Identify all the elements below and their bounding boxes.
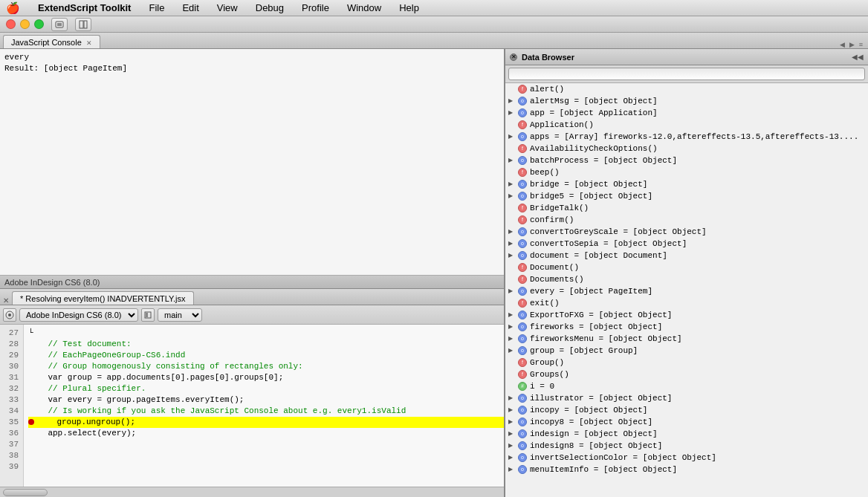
- db-expand-arrow[interactable]: ▶: [508, 321, 517, 333]
- scrollbar-thumb[interactable]: [3, 489, 48, 496]
- db-list-item[interactable]: fexit(): [505, 297, 868, 309]
- db-expand-arrow[interactable]: ▶: [508, 95, 517, 107]
- db-expand-arrow[interactable]: ▶: [508, 155, 517, 166]
- db-list-item[interactable]: ▶oevery = [object PageItem]: [505, 285, 868, 297]
- data-browser-expand[interactable]: ◀◀: [852, 53, 864, 61]
- db-function-icon: f: [518, 168, 527, 177]
- db-expand-arrow[interactable]: ▶: [508, 178, 517, 190]
- db-item-icon: f: [517, 357, 528, 368]
- scroll-right-icon[interactable]: ▶: [847, 41, 857, 48]
- db-function-icon: f: [518, 120, 527, 129]
- scroll-left-icon[interactable]: ◀: [838, 41, 847, 48]
- db-item-label: illustrator = [object Object]: [530, 392, 672, 404]
- editor-tab[interactable]: * Resolving everyItem() INADVERTENTLY.js…: [12, 291, 194, 305]
- db-list-item[interactable]: fBridgeTalk(): [505, 202, 868, 214]
- db-list-item[interactable]: #i = 0: [505, 380, 868, 392]
- db-object-icon: o: [518, 227, 527, 236]
- db-list-item[interactable]: fbeep(): [505, 166, 868, 178]
- run-icon[interactable]: [141, 308, 155, 322]
- db-expand-arrow[interactable]: ▶: [508, 452, 517, 464]
- db-list-item[interactable]: ▶oindesign = [object Object]: [505, 428, 868, 440]
- console-tab[interactable]: JavaScript Console ✕: [3, 35, 100, 48]
- db-expand-arrow[interactable]: ▶: [508, 464, 517, 475]
- line-number: 35: [3, 417, 19, 428]
- db-list-item[interactable]: fGroup(): [505, 357, 868, 368]
- menubar-window[interactable]: Window: [344, 2, 384, 13]
- db-item-label: convertToSepia = [object Object]: [530, 238, 687, 250]
- menubar-profile[interactable]: Profile: [299, 2, 332, 13]
- db-expand-arrow[interactable]: ▶: [508, 404, 517, 416]
- menubar-help[interactable]: Help: [396, 2, 422, 13]
- data-browser-close[interactable]: ✕: [510, 53, 517, 61]
- db-list-item[interactable]: ▶ofireworksMenu = [object Object]: [505, 333, 868, 345]
- maximize-button[interactable]: [34, 19, 44, 29]
- db-item-icon: o: [517, 131, 528, 142]
- panel-menu-icon[interactable]: ≡: [857, 41, 865, 48]
- window-chrome: [0, 16, 868, 33]
- db-item-label: Application(): [530, 119, 594, 131]
- menubar: 🍎 ExtendScript Toolkit File Edit View De…: [0, 0, 868, 16]
- db-expand-arrow[interactable]: ▶: [508, 333, 517, 345]
- db-item-label: indesign = [object Object]: [530, 428, 658, 440]
- console-tab-controls: ◀ ▶ ≡: [838, 41, 865, 48]
- db-list-item[interactable]: ▶oincopy8 = [object Object]: [505, 416, 868, 428]
- db-object-icon: o: [518, 192, 527, 201]
- db-list-item[interactable]: ▶oincopy = [object Object]: [505, 404, 868, 416]
- line-number: 30: [3, 361, 19, 372]
- menubar-edit[interactable]: Edit: [179, 2, 201, 13]
- db-list-item[interactable]: ▶ofireworks = [object Object]: [505, 321, 868, 333]
- db-list-item[interactable]: ▶oillustrator = [object Object]: [505, 392, 868, 404]
- close-button[interactable]: [6, 19, 16, 29]
- db-list-item[interactable]: fDocuments(): [505, 273, 868, 285]
- db-list-item[interactable]: fApplication(): [505, 119, 868, 131]
- db-list-item[interactable]: ▶oconvertToGreyScale = [object Object]: [505, 226, 868, 238]
- function-select[interactable]: main: [158, 308, 202, 322]
- db-item-label: confirm(): [530, 214, 574, 226]
- db-expand-arrow[interactable]: ▶: [508, 428, 517, 440]
- db-object-icon: o: [518, 429, 527, 438]
- db-expand-arrow[interactable]: ▶: [508, 285, 517, 297]
- db-expand-arrow[interactable]: ▶: [508, 250, 517, 262]
- db-list-item[interactable]: ▶obridge5 = [object Object]: [505, 190, 868, 202]
- db-list-item[interactable]: ▶oindesign8 = [object Object]: [505, 440, 868, 452]
- db-list-item[interactable]: ▶oapps = [Array] fireworks-12.0,aftereff…: [505, 131, 868, 143]
- target-app-select[interactable]: Adobe InDesign CS6 (8.0): [19, 308, 138, 322]
- db-expand-arrow[interactable]: ▶: [508, 107, 517, 119]
- menubar-view[interactable]: View: [214, 2, 241, 13]
- db-list-item[interactable]: ▶oapp = [object Application]: [505, 107, 868, 119]
- apple-menu[interactable]: 🍎: [6, 1, 20, 15]
- db-list-item[interactable]: ▶oconvertToSepia = [object Object]: [505, 238, 868, 250]
- db-list-item[interactable]: fconfirm(): [505, 214, 868, 226]
- target-icon[interactable]: [3, 308, 16, 322]
- db-list-item[interactable]: ▶oExportToFXG = [object Object]: [505, 309, 868, 321]
- db-item-icon: o: [517, 155, 528, 166]
- db-list-item[interactable]: ▶ogroup = [object Group]: [505, 345, 868, 357]
- db-expand-arrow[interactable]: ▶: [508, 392, 517, 404]
- menubar-debug[interactable]: Debug: [253, 2, 287, 13]
- data-browser-search-input[interactable]: [508, 68, 865, 80]
- db-expand-arrow[interactable]: ▶: [508, 226, 517, 238]
- menubar-app-name[interactable]: ExtendScript Toolkit: [35, 2, 134, 13]
- db-list-item[interactable]: ▶obatchProcess = [object Object]: [505, 155, 868, 166]
- db-list-item[interactable]: fDocument(): [505, 262, 868, 273]
- db-list-item[interactable]: ▶obridge = [object Object]: [505, 178, 868, 190]
- console-tab-close[interactable]: ✕: [86, 39, 92, 45]
- db-expand-arrow[interactable]: ▶: [508, 190, 517, 202]
- db-list-item[interactable]: falert(): [505, 83, 868, 95]
- minimize-button[interactable]: [20, 19, 30, 29]
- db-expand-arrow[interactable]: ▶: [508, 345, 517, 357]
- db-expand-arrow[interactable]: ▶: [508, 238, 517, 250]
- db-expand-arrow[interactable]: ▶: [508, 440, 517, 452]
- db-list-item[interactable]: ▶odocument = [object Document]: [505, 250, 868, 262]
- icon-button[interactable]: [51, 18, 68, 31]
- db-expand-arrow[interactable]: ▶: [508, 309, 517, 321]
- db-list-item[interactable]: ▶omenuItemInfo = [object Object]: [505, 464, 868, 475]
- db-list-item[interactable]: ▶oinvertSelectionColor = [object Object]: [505, 452, 868, 464]
- db-expand-arrow[interactable]: ▶: [508, 131, 517, 143]
- menubar-file[interactable]: File: [146, 2, 167, 13]
- db-list-item[interactable]: fGroups(): [505, 368, 868, 380]
- db-expand-arrow[interactable]: ▶: [508, 416, 517, 428]
- db-list-item[interactable]: ▶oalertMsg = [object Object]: [505, 95, 868, 107]
- db-list-item[interactable]: fAvailabilityCheckOptions(): [505, 143, 868, 155]
- layout-button[interactable]: [75, 18, 91, 31]
